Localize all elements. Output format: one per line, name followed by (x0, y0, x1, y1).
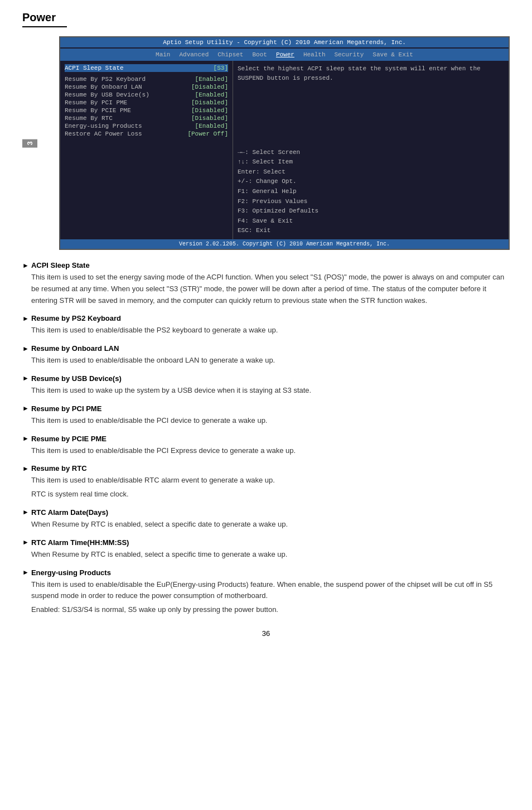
bios-setting-5: Resume By PCI PME[Disabled] (65, 99, 228, 107)
bios-setting-label-2: Resume By PS2 Keyboard (65, 76, 195, 83)
bios-menubar-items: MainAdvancedChipsetBootPowerHealthSecuri… (64, 50, 505, 59)
content-item-body-4: This item is used to enable/disable the … (31, 415, 510, 427)
bios-menu-item-main: Main (156, 51, 170, 58)
bios-nav-help: →←: Select Screen↑↓: Select ItemEnter: S… (238, 148, 504, 236)
bios-nav-help-line: F4: Save & Exit (238, 216, 504, 226)
content-item-2: ► Resume by Onboard LANThis item is used… (22, 344, 510, 367)
content-body-line: Enabled: S1/S3/S4 is normal, S5 wake up … (31, 604, 510, 616)
content-item-title-6: ► Resume by RTC (22, 464, 510, 472)
content-item-title-5: ► Resume by PCIE PME (22, 435, 510, 443)
bios-menu-item-save-&-exit: Save & Exit (373, 51, 413, 58)
bios-left-panel: ACPI Sleep State[S3]Resume By PS2 Keyboa… (60, 61, 233, 239)
content-item-title-9: ► Energy-using Products (22, 568, 510, 577)
content-item-title-text-4: Resume by PCI PME (31, 404, 101, 413)
content-item-title-0: ► ACPI Sleep State (22, 261, 510, 269)
content-item-title-7: ► RTC Alarm Date(Days) (22, 508, 510, 517)
arrow-icon-4: ► (22, 404, 29, 412)
bios-footer: Version 2.02.1205. Copyright (C) 2010 Am… (60, 239, 509, 249)
content-item-title-text-3: Resume by USB Device(s) (31, 374, 122, 383)
content-item-5: ► Resume by PCIE PMEThis item is used to… (22, 435, 510, 457)
arrow-icon-8: ► (22, 538, 29, 546)
bios-body: ACPI Sleep State[S3]Resume By PS2 Keyboa… (60, 61, 509, 239)
bios-setting-value-4: [Enabled] (195, 91, 228, 98)
bios-setting-label-7: Resume By RTC (65, 115, 191, 122)
content-item-body-3: This item is used to wake up the system … (31, 385, 510, 397)
bios-menu-item-boot: Boot (252, 51, 267, 58)
content-item-title-text-8: RTC Alarm Time(HH:MM:SS) (31, 538, 129, 547)
content-item-7: ► RTC Alarm Date(Days)When Resume by RTC… (22, 508, 510, 531)
content-item-title-1: ► Resume by PS2 Keyboard (22, 314, 510, 322)
content-item-body-1: This item is used to enable/disable the … (31, 325, 510, 336)
content-item-title-text-6: Resume by RTC (31, 464, 87, 472)
arrow-icon-6: ► (22, 465, 29, 472)
content-item-6: ► Resume by RTCThis item is used to enab… (22, 464, 510, 500)
content-item-title-text-2: Resume by Onboard LAN (31, 344, 119, 353)
bios-menu-item-health: Health (303, 51, 326, 58)
bios-nav-help-line: F2: Previous Values (238, 197, 504, 207)
bios-nav-help-line: F1: General Help (238, 187, 504, 197)
bios-menu-item-chipset: Chipset (217, 51, 243, 58)
bios-setting-value-9: [Power Off] (187, 131, 228, 137)
bios-menubar: MainAdvancedChipsetBootPowerHealthSecuri… (60, 49, 509, 61)
content-item-3: ► Resume by USB Device(s)This item is us… (22, 374, 510, 397)
content-item-1: ► Resume by PS2 KeyboardThis item is use… (22, 314, 510, 336)
chapter-number: 3 (22, 139, 37, 147)
bios-setting-3: Resume By Onboard LAN[Disabled] (65, 83, 228, 91)
arrow-icon-0: ► (22, 262, 29, 269)
content-item-body-5: This item is used to enable/disable the … (31, 445, 510, 457)
bios-setting-label-6: Resume By PCIE PME (65, 107, 191, 114)
content-item-body-6: This item is used to enable/disable RTC … (31, 475, 510, 500)
bios-nav-help-line: ESC: Exit (238, 226, 504, 236)
arrow-icon-5: ► (22, 435, 29, 442)
bios-setting-4: Resume By USB Device(s)[Enabled] (65, 91, 228, 99)
bios-setting-7: Resume By RTC[Disabled] (65, 114, 228, 122)
bios-setting-value-2: [Enabled] (195, 76, 228, 83)
bios-menu-item-advanced: Advanced (179, 51, 209, 58)
bios-nav-help-line: Enter: Select (238, 167, 504, 177)
content-item-title-8: ► RTC Alarm Time(HH:MM:SS) (22, 538, 510, 547)
content-item-body-7: When Resume by RTC is enabled, select a … (31, 519, 510, 531)
content-item-title-4: ► Resume by PCI PME (22, 404, 510, 413)
bios-setting-0: ACPI Sleep State[S3] (65, 64, 228, 72)
content-item-body-8: When Resume by RTC is enabled, select a … (31, 549, 510, 561)
bios-setting-value-3: [Disabled] (191, 84, 228, 90)
bios-setting-2: Resume By PS2 Keyboard[Enabled] (65, 75, 228, 83)
content-item-8: ► RTC Alarm Time(HH:MM:SS)When Resume by… (22, 538, 510, 561)
content-item-title-text-1: Resume by PS2 Keyboard (31, 314, 121, 322)
bios-setting-value-7: [Disabled] (191, 115, 228, 122)
arrow-icon-2: ► (22, 345, 29, 353)
bios-nav-help-line: ↑↓: Select Item (238, 157, 504, 167)
bios-setting-8: Energy-using Products[Enabled] (65, 122, 228, 130)
bios-nav-help-line: →←: Select Screen (238, 148, 504, 158)
bios-setting-label-5: Resume By PCI PME (65, 99, 191, 106)
page-title: Power (22, 11, 67, 27)
content-item-body-9: This item is used to enable/disable the … (31, 579, 510, 616)
content-body-line: This item is used to enable/disable RTC … (31, 475, 510, 486)
bios-screenshot: Aptio Setup Utility - Copyright (C) 2010… (59, 36, 510, 250)
content-item-title-text-7: RTC Alarm Date(Days) (31, 508, 108, 517)
bios-setting-value-6: [Disabled] (191, 107, 228, 114)
content-item-title-text-9: Energy-using Products (31, 568, 111, 577)
content-item-title-3: ► Resume by USB Device(s) (22, 374, 510, 383)
page-number: 36 (22, 629, 510, 638)
arrow-icon-1: ► (22, 315, 29, 322)
bios-setting-value-0: [S3] (214, 65, 228, 71)
bios-menu-item-power: Power (276, 51, 294, 58)
arrow-icon-7: ► (22, 508, 29, 516)
content-item-0: ► ACPI Sleep StateThis item is used to s… (22, 261, 510, 306)
bios-right-panel: Select the highest ACPI sleep state the … (233, 61, 509, 239)
bios-setting-label-8: Energy-using Products (65, 123, 195, 129)
content-section: ► ACPI Sleep StateThis item is used to s… (22, 261, 510, 616)
content-item-title-2: ► Resume by Onboard LAN (22, 344, 510, 353)
bios-setting-6: Resume By PCIE PME[Disabled] (65, 107, 228, 114)
bios-setting-value-8: [Enabled] (195, 123, 228, 129)
bios-setting-label-3: Resume By Onboard LAN (65, 84, 191, 90)
bios-help-text: Select the highest ACPI sleep state the … (238, 64, 504, 83)
content-item-body-2: This item is used to enable/disable the … (31, 355, 510, 367)
arrow-icon-3: ► (22, 374, 29, 382)
bios-menu-item-security: Security (335, 51, 364, 58)
content-body-line: This item is used to enable/disable the … (31, 579, 510, 602)
bios-title-bar: Aptio Setup Utility - Copyright (C) 2010… (60, 37, 509, 47)
content-body-line: RTC is system real time clock. (31, 489, 510, 500)
content-item-9: ► Energy-using ProductsThis item is used… (22, 568, 510, 616)
